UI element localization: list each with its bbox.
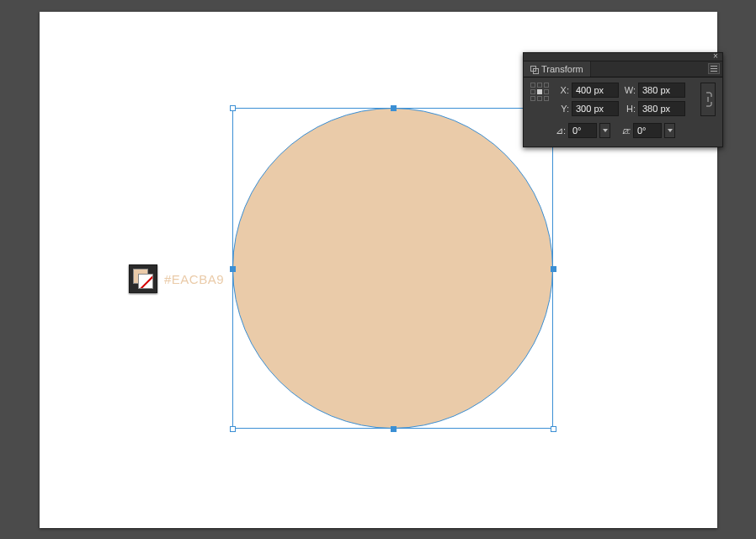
- chevron-down-icon: [668, 129, 673, 132]
- link-icon: [704, 92, 712, 107]
- rotate-icon: ⊿:: [556, 125, 566, 136]
- panel-body: X: 400 px W: 380 px Y: 300 px: [524, 77, 722, 147]
- selection-handle-bottom-right[interactable]: [551, 426, 556, 432]
- selection-handle-bottom-left[interactable]: [230, 426, 236, 432]
- fill-hex-label: #EACBA9: [164, 272, 224, 286]
- chevron-down-icon: [603, 129, 608, 132]
- panel-tab-bar: Transform: [524, 61, 722, 77]
- h-input[interactable]: 380 px: [638, 101, 685, 116]
- reference-point-grid[interactable]: [530, 83, 551, 103]
- anchor-right[interactable]: [551, 267, 556, 271]
- shear-input[interactable]: 0°: [633, 123, 662, 138]
- y-label: Y:: [557, 104, 569, 114]
- x-label: X:: [557, 85, 569, 95]
- anchor-top[interactable]: [391, 106, 396, 110]
- reference-point-center[interactable]: [537, 89, 542, 94]
- anchor-bottom[interactable]: [391, 427, 396, 431]
- y-input[interactable]: 300 px: [572, 101, 619, 116]
- h-label: H:: [624, 104, 636, 114]
- shear-dropdown[interactable]: [664, 123, 675, 138]
- panel-titlebar[interactable]: ×: [524, 53, 722, 61]
- transform-panel[interactable]: × « Transform X:: [523, 52, 723, 147]
- x-input[interactable]: 400 px: [572, 83, 619, 98]
- ellipse-shape[interactable]: [232, 108, 553, 429]
- w-label: W:: [624, 85, 636, 95]
- rotate-input[interactable]: 0°: [568, 123, 597, 138]
- rotate-dropdown[interactable]: [599, 123, 610, 138]
- panel-flyout-menu-icon[interactable]: [708, 63, 720, 74]
- artboard[interactable]: #EACBA9 × « Transform: [40, 12, 717, 528]
- tab-transform[interactable]: Transform: [524, 61, 591, 77]
- transform-icon: [530, 66, 538, 73]
- shear-icon: ⧄:: [620, 125, 631, 136]
- constrain-proportions-button[interactable]: [700, 83, 716, 116]
- w-input[interactable]: 380 px: [638, 83, 685, 98]
- selection-handle-top-left[interactable]: [230, 105, 236, 111]
- tab-label: Transform: [541, 64, 583, 74]
- anchor-left[interactable]: [231, 267, 235, 271]
- fill-stroke-indicator[interactable]: [129, 264, 157, 293]
- stroke-swatch-none[interactable]: [138, 274, 153, 289]
